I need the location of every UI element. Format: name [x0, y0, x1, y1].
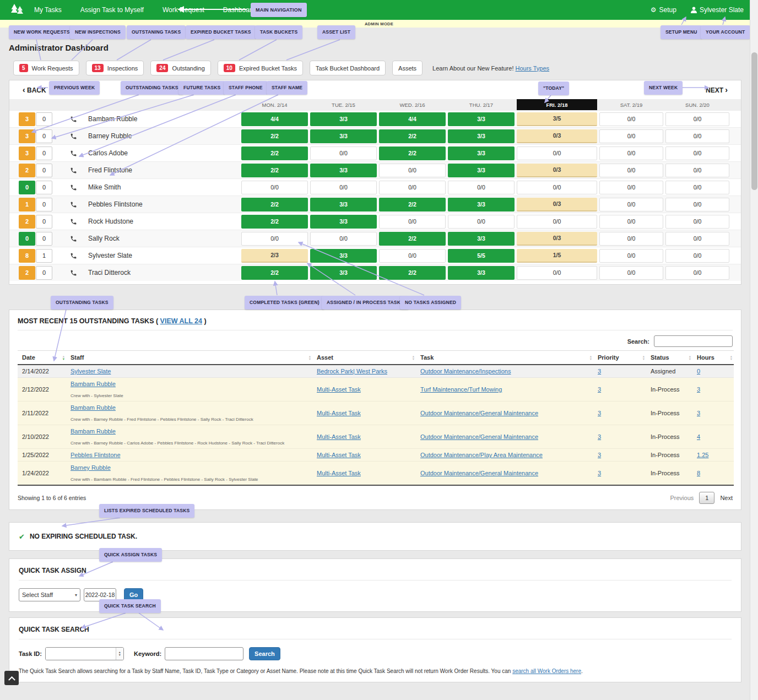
work-orders-link[interactable]: search all Work Orders here — [512, 668, 581, 674]
pagination-page-1[interactable]: 1 — [699, 492, 714, 504]
work-requests-button[interactable]: 5 Work Requests — [13, 61, 79, 75]
next-week-button[interactable]: NEXT › — [706, 85, 728, 94]
day-cell[interactable]: 5/5 — [448, 249, 515, 263]
staff-phone-icon[interactable] — [70, 167, 77, 174]
outstanding-count-badge[interactable]: 0 — [19, 232, 35, 246]
future-count-badge[interactable]: 0 — [36, 266, 52, 280]
keyword-input[interactable] — [165, 647, 243, 660]
staff-phone-icon[interactable] — [70, 218, 77, 225]
day-cell[interactable]: 0/0 — [599, 146, 663, 160]
day-cell[interactable]: 0/0 — [241, 181, 308, 194]
outstanding-count-badge[interactable]: 2 — [19, 164, 35, 177]
task-staff-link[interactable]: Barney Rubble — [71, 464, 111, 471]
task-priority-link[interactable]: 3 — [598, 433, 601, 440]
day-cell[interactable]: 2/2 — [241, 164, 308, 177]
day-cell[interactable]: 3/3 — [310, 215, 377, 229]
day-cell[interactable]: 3/3 — [448, 129, 515, 143]
task-staff-link[interactable]: Bambam Rubble — [71, 404, 116, 411]
nav-assign-task[interactable]: Assign Task to Myself — [80, 6, 144, 14]
task-priority-link[interactable]: 3 — [598, 368, 601, 375]
task-asset-link[interactable]: Multi-Asset Task — [317, 386, 361, 393]
day-cell[interactable]: 3/3 — [310, 112, 377, 126]
task-id-input[interactable]: ▴▾ — [45, 647, 124, 660]
outstanding-count-badge[interactable]: 1 — [19, 198, 35, 211]
number-spinner-icon[interactable]: ▴▾ — [116, 648, 123, 660]
day-cell[interactable]: 0/0 — [665, 215, 729, 229]
day-cell[interactable]: 3/3 — [448, 198, 515, 211]
day-cell[interactable]: 0/0 — [310, 146, 377, 160]
day-cell[interactable]: 2/2 — [379, 232, 446, 246]
day-cell[interactable]: 0/0 — [665, 146, 729, 160]
task-link[interactable]: Outdoor Maintenance/Play Area Maintenanc… — [420, 452, 543, 458]
previous-week-button[interactable]: ‹ BACK — [23, 85, 46, 94]
day-cell[interactable]: 0/0 — [310, 181, 377, 194]
sort-icon[interactable]: ▴▾ — [689, 355, 691, 360]
day-cell[interactable]: 0/3 — [517, 129, 597, 143]
task-hours-link[interactable]: 3 — [697, 410, 700, 416]
day-cell[interactable]: 0/0 — [310, 232, 377, 246]
task-hours-link[interactable]: 0 — [697, 368, 700, 375]
outstanding-count-badge[interactable]: 8 — [19, 249, 35, 263]
nav-my-tasks[interactable]: My Tasks — [34, 6, 62, 14]
day-cell[interactable]: 3/3 — [448, 232, 515, 246]
staff-phone-icon[interactable] — [70, 133, 77, 140]
day-cell[interactable]: 2/2 — [379, 146, 446, 160]
day-cell[interactable]: 0/0 — [665, 112, 729, 126]
task-priority-link[interactable]: 3 — [598, 470, 601, 476]
task-asset-link[interactable]: Multi-Asset Task — [317, 470, 361, 476]
expired-bucket-tasks-button[interactable]: 10 Expired Bucket Tasks — [218, 61, 303, 75]
day-cell[interactable]: 0/3 — [517, 198, 597, 211]
task-staff-link[interactable]: Bambam Rubble — [71, 381, 116, 387]
staff-phone-icon[interactable] — [70, 150, 77, 157]
task-asset-link[interactable]: Multi-Asset Task — [317, 452, 361, 458]
column-header-asset[interactable]: Asset▴▾ — [312, 351, 416, 365]
day-cell[interactable]: 0/0 — [599, 164, 663, 177]
hours-types-link[interactable]: Hours Types — [516, 65, 550, 72]
day-cell[interactable]: 3/3 — [448, 112, 515, 126]
task-id-field[interactable] — [46, 648, 116, 660]
future-count-badge[interactable]: 0 — [36, 129, 52, 143]
outstanding-count-badge[interactable]: 2 — [19, 215, 35, 229]
outstanding-button[interactable]: 24 Outstanding — [150, 61, 210, 75]
day-cell[interactable]: 0/0 — [448, 215, 515, 229]
task-link[interactable]: Outdoor Maintenance/General Maintenance — [420, 410, 538, 416]
staff-phone-icon[interactable] — [70, 235, 77, 242]
sort-icon[interactable]: ▴▾ — [643, 355, 645, 360]
day-cell[interactable]: 3/3 — [448, 266, 515, 280]
task-staff-link[interactable]: Pebbles Flintstone — [71, 452, 121, 458]
outstanding-count-badge[interactable]: 0 — [19, 181, 35, 194]
column-header-hours[interactable]: Hours▴▾ — [692, 351, 734, 365]
sort-icon[interactable]: ▴▾ — [309, 355, 311, 360]
task-link[interactable]: Outdoor Maintenance/General Maintenance — [420, 433, 538, 440]
day-cell[interactable]: 0/0 — [599, 129, 663, 143]
day-cell[interactable]: 3/3 — [448, 146, 515, 160]
day-cell[interactable]: 0/0 — [517, 181, 597, 194]
staff-phone-icon[interactable] — [70, 252, 77, 259]
nav-setup[interactable]: ⚙ Setup — [651, 6, 676, 14]
column-header-status[interactable]: Status▴▾ — [646, 351, 692, 365]
future-count-badge[interactable]: 0 — [36, 198, 52, 211]
day-cell[interactable]: 2/2 — [379, 266, 446, 280]
view-all-link[interactable]: VIEW ALL 24 — [160, 317, 202, 325]
day-cell[interactable]: 3/3 — [310, 266, 377, 280]
day-cell[interactable]: 3/3 — [448, 164, 515, 177]
sort-icon[interactable]: ▴▾ — [413, 355, 414, 360]
day-cell[interactable]: 0/0 — [665, 129, 729, 143]
staff-phone-icon[interactable] — [70, 116, 77, 123]
day-cell[interactable]: 0/0 — [241, 232, 308, 246]
day-cell[interactable]: 0/0 — [599, 198, 663, 211]
column-header-priority[interactable]: Priority▴▾ — [593, 351, 646, 365]
future-count-badge[interactable]: 0 — [36, 164, 52, 177]
pagination-previous[interactable]: Previous — [670, 495, 694, 501]
staff-phone-icon[interactable] — [70, 201, 77, 208]
future-count-badge[interactable]: 1 — [36, 249, 52, 263]
task-staff-link[interactable]: Sylvester Slate — [71, 368, 111, 375]
day-cell[interactable]: 0/0 — [517, 215, 597, 229]
task-asset-link[interactable]: Bedrock Park| West Parks — [317, 368, 387, 375]
pagination-next[interactable]: Next — [720, 495, 733, 501]
future-count-badge[interactable]: 0 — [36, 181, 52, 194]
day-cell[interactable]: 0/0 — [599, 232, 663, 246]
app-logo[interactable] — [10, 3, 25, 17]
day-cell[interactable]: 0/0 — [599, 215, 663, 229]
task-link[interactable]: Outdoor Maintenance/Inspections — [420, 368, 511, 375]
